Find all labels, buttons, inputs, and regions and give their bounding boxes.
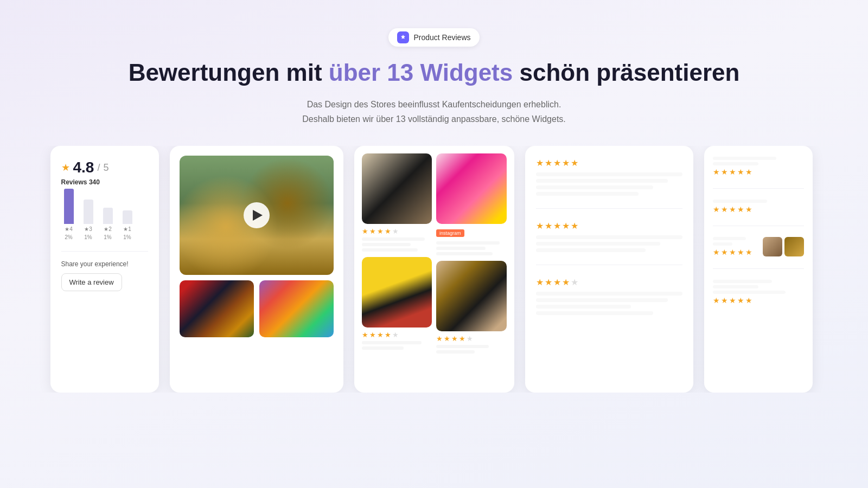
c5-avatar-1	[763, 237, 782, 256]
main-title: Bewertungen mit über 13 Widgets schön pr…	[0, 59, 868, 87]
review-item-2: ★ ★ ★ ★ ★	[536, 221, 682, 265]
c5-review-2-stars: ★ ★ ★ ★ ★	[713, 205, 804, 214]
photo-makeup-lines	[436, 241, 507, 255]
photo-grid-card: ★ ★ ★ ★ ★ ★ ★ ★ ★	[354, 146, 514, 393]
c5-review-4-name	[713, 280, 804, 294]
c5-review-4-stars: ★ ★ ★ ★ ★	[713, 296, 804, 305]
c5-review-2-info: ★ ★ ★ ★ ★	[713, 200, 804, 217]
bar-3-label: ★3	[84, 226, 92, 232]
review-2-stars: ★ ★ ★ ★ ★	[536, 221, 682, 231]
bar-3	[84, 200, 93, 224]
photo-col-right: instagram ★ ★ ★ ★ ★	[436, 153, 507, 385]
c5-review-3-name	[713, 237, 757, 246]
photo-lips-stars: ★ ★ ★ ★ ★	[362, 331, 432, 339]
cards-container: ★ 4.8 / 5 Reviews 340 ★4 2% ★3 1% ★2 1%	[0, 146, 868, 393]
reviews-label: Reviews	[61, 178, 87, 186]
bar-col-1: ★1 1%	[120, 210, 135, 240]
header-section: Product Reviews Bewertungen mit über 13 …	[0, 0, 868, 126]
c5-review-3-info: ★ ★ ★ ★ ★	[713, 237, 757, 260]
bar-1-pct: 1%	[123, 234, 131, 240]
rating-stats-card: ★ 4.8 / 5 Reviews 340 ★4 2% ★3 1% ★2 1%	[50, 146, 159, 393]
review-3-stars: ★ ★ ★ ★ ★	[536, 277, 682, 287]
subtitle-line2: Deshalb bieten wir über 13 vollständig a…	[0, 112, 868, 126]
c5-review-4: ★ ★ ★ ★ ★	[713, 280, 804, 317]
bar-1-label: ★1	[123, 226, 131, 232]
subtitle-line1: Das Design des Stores beeinflusst Kaufen…	[0, 97, 868, 112]
bar-col-3: ★3 1%	[81, 200, 96, 240]
photo-perfume-lines	[362, 237, 432, 252]
bar-4-label: ★4	[65, 226, 73, 232]
thumbnail-lego[interactable]	[259, 280, 334, 337]
bar-2	[103, 208, 113, 224]
bar-1	[123, 210, 132, 224]
photo-powder-section: ★ ★ ★ ★ ★	[436, 261, 507, 354]
bar-4	[64, 189, 74, 224]
photo-powder-stars: ★ ★ ★ ★ ★	[436, 335, 507, 343]
bar-4-pct: 2%	[65, 234, 72, 240]
photo-powder-lines	[436, 345, 507, 354]
review-3-lines	[536, 292, 682, 315]
product-reviews-badge: Product Reviews	[388, 28, 479, 47]
rating-slash: /	[97, 162, 100, 174]
bar-chart: ★4 2% ★3 1% ★2 1% ★1 1%	[61, 197, 148, 240]
review-item-3: ★ ★ ★ ★ ★	[536, 277, 682, 328]
write-review-button[interactable]: Write a review	[61, 273, 122, 291]
photo-lips[interactable]	[362, 257, 432, 328]
review-2-lines	[536, 235, 682, 252]
c5-review-1: ★ ★ ★ ★ ★	[713, 157, 804, 189]
video-main[interactable]	[180, 156, 334, 275]
photo-makeup[interactable]	[436, 153, 507, 224]
c5-avatar-2	[784, 237, 804, 256]
photo-lips-section: ★ ★ ★ ★ ★	[362, 257, 432, 350]
badge-icon	[397, 31, 409, 43]
share-text: Share your experience!	[61, 260, 148, 268]
c5-review-4-info: ★ ★ ★ ★ ★	[713, 280, 804, 308]
photo-col-left: ★ ★ ★ ★ ★ ★ ★ ★ ★	[362, 153, 432, 385]
title-highlight: über 13 Widgets	[329, 59, 513, 86]
rating-value: 4.8	[73, 159, 94, 176]
c5-review-3-stars: ★ ★ ★ ★ ★	[713, 248, 757, 256]
c5-review-1-info: ★ ★ ★ ★ ★	[713, 157, 804, 179]
instagram-badge: instagram	[436, 229, 464, 237]
share-section: Share your experience! Write a review	[61, 251, 148, 291]
bar-col-2: ★2 1%	[100, 208, 116, 240]
c5-review-1-name	[713, 157, 804, 165]
reviews-number: 340	[89, 178, 100, 186]
c5-review-3-avatars	[763, 237, 804, 256]
text-reviews-card: ★ ★ ★ ★ ★ ★ ★ ★ ★ ★	[525, 146, 693, 393]
right-reviews-card: ★ ★ ★ ★ ★ ★ ★ ★ ★ ★	[704, 146, 813, 393]
reviews-count-label: Reviews 340	[61, 178, 148, 186]
video-thumbnails	[180, 280, 334, 337]
play-button[interactable]	[244, 202, 270, 228]
rating-star-icon: ★	[61, 162, 70, 174]
rating-max: 5	[103, 162, 108, 174]
photo-lips-lines	[362, 341, 432, 350]
bar-col-4: ★4 2%	[61, 189, 76, 240]
c5-review-2: ★ ★ ★ ★ ★	[713, 200, 804, 226]
bar-2-label: ★2	[104, 226, 112, 232]
photo-grid: ★ ★ ★ ★ ★ ★ ★ ★ ★	[362, 153, 507, 385]
review-item-1: ★ ★ ★ ★ ★	[536, 158, 682, 209]
rating-display: ★ 4.8 / 5	[61, 159, 148, 176]
bar-3-pct: 1%	[84, 234, 92, 240]
play-icon	[253, 210, 263, 221]
photo-perfume-stars: ★ ★ ★ ★ ★	[362, 227, 432, 235]
photo-perfume[interactable]	[362, 153, 432, 224]
c5-review-2-name	[713, 200, 804, 203]
title-part2: schön präsentieren	[513, 59, 739, 86]
review-1-stars: ★ ★ ★ ★ ★	[536, 158, 682, 168]
photo-powder[interactable]	[436, 261, 507, 331]
badge-label: Product Reviews	[413, 33, 470, 42]
thumbnail-bear[interactable]	[180, 280, 254, 337]
video-gallery-card	[170, 146, 343, 393]
title-part1: Bewertungen mit	[129, 59, 329, 86]
c5-review-3: ★ ★ ★ ★ ★	[713, 237, 804, 269]
c5-review-1-stars: ★ ★ ★ ★ ★	[713, 168, 804, 176]
review-1-lines	[536, 172, 682, 196]
bar-2-pct: 1%	[104, 234, 111, 240]
